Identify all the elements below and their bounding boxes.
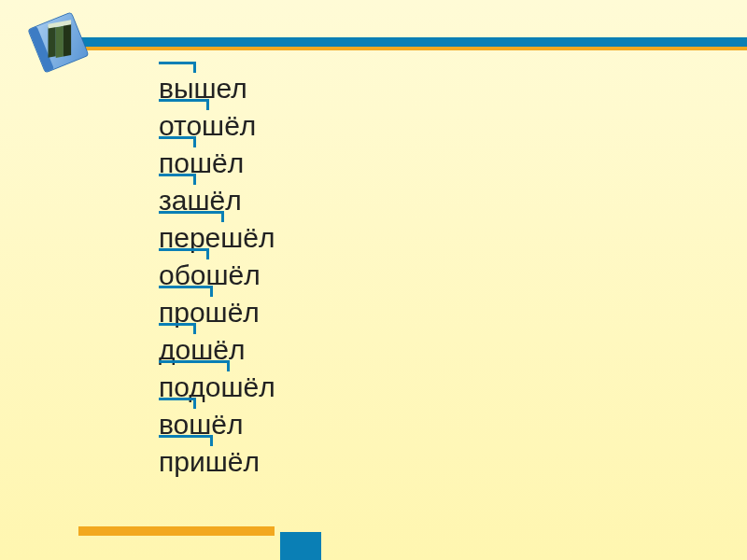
list-item: вышел	[159, 65, 275, 103]
list-item: вошёл	[159, 401, 275, 439]
list-item: пошёл	[159, 140, 275, 177]
prefix-bracket-icon	[159, 248, 209, 259]
prefix-bracket-icon	[159, 323, 196, 334]
books-icon	[21, 6, 97, 82]
list-item: отошёл	[159, 103, 275, 140]
prefix-bracket-icon	[159, 398, 196, 409]
prefix-bracket-icon	[159, 136, 196, 147]
slide: вышел отошёл пошёл зашёл перешёл обошёл …	[0, 0, 747, 560]
list-item: пришёл	[159, 439, 275, 476]
prefix-bracket-icon	[159, 211, 224, 222]
svg-rect-3	[49, 26, 56, 58]
prefix-bracket-icon	[159, 286, 213, 297]
bottom-accent-bar	[78, 526, 275, 536]
prefix-bracket-icon	[159, 62, 196, 73]
list-item: подошёл	[159, 364, 275, 401]
word-list: вышел отошёл пошёл зашёл перешёл обошёл …	[159, 65, 275, 476]
list-item: зашёл	[159, 177, 275, 215]
top-accent-bar	[52, 37, 747, 47]
list-item: прошёл	[159, 289, 275, 327]
prefix-bracket-icon	[159, 360, 230, 371]
prefix-bracket-icon	[159, 435, 213, 446]
list-item: обошёл	[159, 252, 275, 289]
word-text: пришёл	[159, 448, 260, 476]
bottom-accent-block	[280, 532, 321, 560]
list-item: перешёл	[159, 215, 275, 252]
svg-rect-4	[56, 26, 63, 58]
list-item: дошёл	[159, 327, 275, 364]
prefix-bracket-icon	[159, 174, 196, 185]
prefix-bracket-icon	[159, 99, 209, 110]
svg-rect-5	[63, 23, 71, 57]
